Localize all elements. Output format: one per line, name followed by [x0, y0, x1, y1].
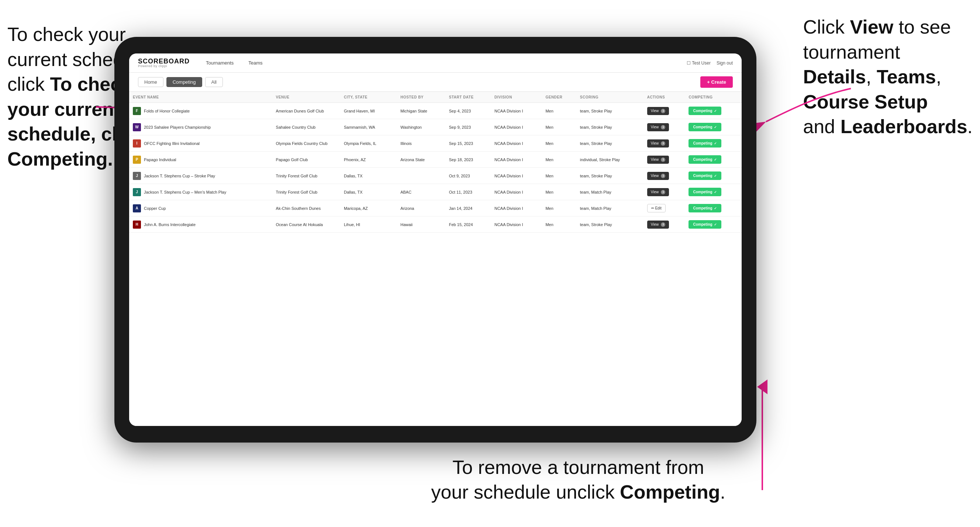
- event-name: Jackson T. Stephens Cup – Men's Match Pl…: [144, 190, 226, 194]
- actions-cell: View ℹ: [643, 135, 685, 152]
- table-header-row: Event Name Venue City, State Hosted By S…: [129, 92, 741, 103]
- hosted-by-cell: Arizona: [397, 200, 445, 216]
- division-cell: NCAA Division I: [491, 168, 542, 184]
- division-cell: NCAA Division I: [491, 200, 542, 216]
- competing-button[interactable]: Competing ✓: [689, 171, 721, 180]
- city-state-cell: Maricopa, AZ: [340, 200, 397, 216]
- nav-right: ☐ Test User Sign out: [687, 60, 733, 66]
- competing-button[interactable]: Competing ✓: [689, 204, 721, 213]
- competing-button[interactable]: Competing ✓: [689, 123, 721, 131]
- city-state-cell: Phoenix, AZ: [340, 152, 397, 168]
- start-date-cell: Oct 11, 2023: [445, 184, 491, 200]
- tournaments-table: Event Name Venue City, State Hosted By S…: [129, 92, 741, 233]
- nav-teams[interactable]: Teams: [247, 60, 264, 66]
- event-name: Folds of Honor Collegiate: [144, 109, 190, 113]
- event-name-cell: P Papago Individual: [129, 152, 272, 168]
- table-row: I OFCC Fighting Illini Invitational Olym…: [129, 135, 741, 152]
- venue-cell: Ak-Chin Southern Dunes: [272, 200, 340, 216]
- table-row: P Papago Individual Papago Golf ClubPhoe…: [129, 152, 741, 168]
- division-cell: NCAA Division I: [491, 119, 542, 135]
- gender-cell: Men: [542, 168, 576, 184]
- view-button[interactable]: View ℹ: [647, 140, 669, 148]
- competing-button[interactable]: Competing ✓: [689, 155, 721, 164]
- user-name: Test User: [692, 60, 711, 66]
- competing-button[interactable]: Competing ✓: [689, 220, 721, 229]
- nav-tournaments[interactable]: Tournaments: [204, 60, 235, 66]
- view-button[interactable]: View ℹ: [647, 172, 669, 180]
- competing-filter-button[interactable]: Competing: [166, 77, 202, 87]
- annotation-top-right: Click View to see tournament Details, Te…: [803, 15, 973, 140]
- start-date-cell: Sep 4, 2023: [445, 103, 491, 119]
- venue-cell: Ocean Course At Hokuala: [272, 216, 340, 233]
- filter-bar: Home Competing All + Create: [129, 73, 741, 92]
- info-icon: ℹ: [661, 141, 665, 146]
- gender-cell: Men: [542, 184, 576, 200]
- competing-cell: Competing ✓: [685, 216, 741, 233]
- event-name-cell: I OFCC Fighting Illini Invitational: [129, 135, 272, 152]
- hosted-by-cell: Illinois: [397, 135, 445, 152]
- city-state-cell: Olympia Fields, IL: [340, 135, 397, 152]
- competing-button[interactable]: Competing ✓: [689, 188, 721, 196]
- team-logo: H: [133, 221, 141, 229]
- division-cell: NCAA Division I: [491, 135, 542, 152]
- venue-cell: Olympia Fields Country Club: [272, 135, 340, 152]
- city-state-cell: Dallas, TX: [340, 184, 397, 200]
- hosted-by-cell: [397, 168, 445, 184]
- tablet-screen: SCOREBOARD Powered by clippi Tournaments…: [129, 54, 741, 426]
- event-name-cell: F Folds of Honor Collegiate: [129, 103, 272, 119]
- view-button[interactable]: View ℹ: [647, 221, 669, 229]
- annotation-bottom: To remove a tournament from your schedul…: [431, 455, 725, 505]
- table-row: H John A. Burns Intercollegiate Ocean Co…: [129, 216, 741, 233]
- home-filter-button[interactable]: Home: [138, 77, 164, 87]
- actions-cell: View ℹ: [643, 103, 685, 119]
- info-icon: ℹ: [661, 125, 665, 129]
- competing-cell: Competing ✓: [685, 168, 741, 184]
- city-state-cell: Lihue, HI: [340, 216, 397, 233]
- competing-button[interactable]: Competing ✓: [689, 139, 721, 148]
- view-button[interactable]: View ℹ: [647, 107, 669, 115]
- venue-cell: Sahalee Country Club: [272, 119, 340, 135]
- edit-button[interactable]: ✏ Edit: [647, 204, 666, 213]
- hosted-by-cell: Hawaii: [397, 216, 445, 233]
- event-name-cell: J Jackson T. Stephens Cup – Stroke Play: [129, 168, 272, 184]
- view-button[interactable]: View ℹ: [647, 156, 669, 164]
- table-row: J Jackson T. Stephens Cup – Men's Match …: [129, 184, 741, 200]
- actions-cell: View ℹ: [643, 216, 685, 233]
- col-event-name: Event Name: [129, 92, 272, 103]
- scoring-cell: team, Stroke Play: [576, 168, 643, 184]
- team-logo: F: [133, 107, 141, 115]
- info-icon: ℹ: [661, 157, 665, 162]
- venue-cell: Papago Golf Club: [272, 152, 340, 168]
- create-button[interactable]: + Create: [700, 76, 733, 88]
- brand: SCOREBOARD Powered by clippi: [138, 58, 190, 68]
- competing-button[interactable]: Competing ✓: [689, 106, 721, 115]
- user-icon: ☐: [687, 60, 691, 66]
- division-cell: NCAA Division I: [491, 152, 542, 168]
- hosted-by-cell: Michigan State: [397, 103, 445, 119]
- view-button[interactable]: View ℹ: [647, 188, 669, 196]
- event-name-cell: H John A. Burns Intercollegiate: [129, 216, 272, 233]
- table-row: A Copper Cup Ak-Chin Southern DunesMaric…: [129, 200, 741, 216]
- table-area: Event Name Venue City, State Hosted By S…: [129, 92, 741, 426]
- col-city-state: City, State: [340, 92, 397, 103]
- actions-cell: ✏ Edit: [643, 200, 685, 216]
- actions-cell: View ℹ: [643, 168, 685, 184]
- info-icon: ℹ: [661, 109, 665, 113]
- scoring-cell: team, Stroke Play: [576, 119, 643, 135]
- city-state-cell: Dallas, TX: [340, 168, 397, 184]
- event-name: OFCC Fighting Illini Invitational: [144, 141, 200, 146]
- signout-link[interactable]: Sign out: [717, 60, 733, 66]
- table-row: F Folds of Honor Collegiate American Dun…: [129, 103, 741, 119]
- competing-cell: Competing ✓: [685, 103, 741, 119]
- venue-cell: American Dunes Golf Club: [272, 103, 340, 119]
- team-logo: P: [133, 156, 141, 164]
- hosted-by-cell: Washington: [397, 119, 445, 135]
- view-button[interactable]: View ℹ: [647, 123, 669, 131]
- all-filter-button[interactable]: All: [205, 77, 223, 87]
- competing-cell: Competing ✓: [685, 135, 741, 152]
- event-name: Papago Individual: [144, 157, 176, 162]
- venue-cell: Trinity Forest Golf Club: [272, 184, 340, 200]
- brand-sub: Powered by clippi: [138, 65, 190, 68]
- scoring-cell: individual, Stroke Play: [576, 152, 643, 168]
- gender-cell: Men: [542, 152, 576, 168]
